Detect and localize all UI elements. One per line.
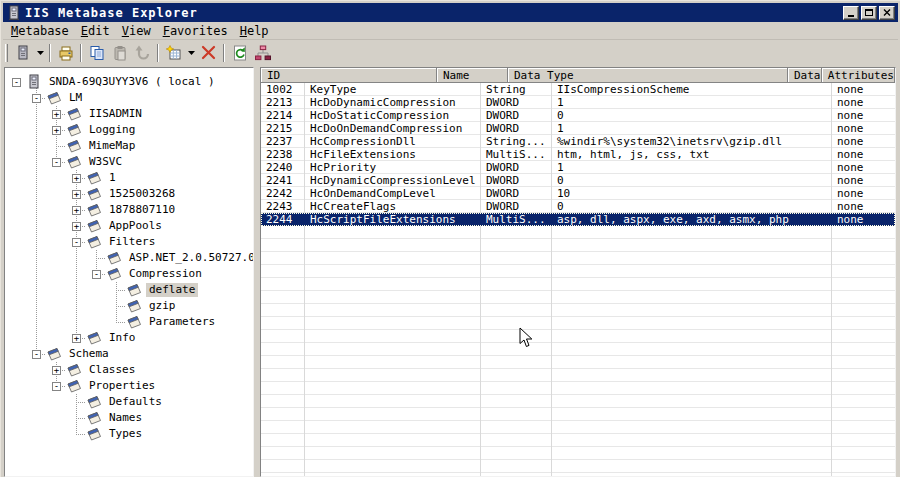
tree-item[interactable]: Logging [5, 122, 253, 138]
tree-item[interactable]: Filters [5, 234, 253, 250]
tree-item[interactable]: Compression [5, 266, 253, 282]
tree-expander[interactable] [32, 350, 41, 359]
tree-expander[interactable] [52, 110, 61, 119]
tree-expander[interactable] [72, 238, 81, 247]
tree-item-label[interactable]: Properties [86, 379, 158, 393]
tree-item-label[interactable]: LM [66, 91, 85, 105]
tree-item[interactable]: SNDA-69Q3UYY3V6 ( local ) [5, 74, 253, 90]
tree-item-label[interactable]: AppPools [106, 219, 165, 233]
tree-item-label[interactable]: Info [106, 331, 139, 345]
close-button[interactable] [879, 6, 895, 20]
column-header[interactable]: Data [788, 68, 822, 83]
delete-button[interactable] [197, 42, 220, 64]
refresh-button[interactable] [228, 42, 251, 64]
tree-item[interactable]: gzip [5, 298, 253, 314]
column-header[interactable]: Data Type [508, 68, 788, 83]
tree-item-label[interactable]: deflate [146, 283, 198, 297]
tree-item-label[interactable]: 1525003268 [106, 187, 178, 201]
tree-expander[interactable] [72, 206, 81, 215]
tree-item-label[interactable]: Defaults [106, 395, 165, 409]
tree-item-label[interactable]: Schema [66, 347, 112, 361]
tree-item-label[interactable]: Parameters [146, 315, 218, 329]
tree-expander[interactable] [12, 78, 21, 87]
list-row[interactable]: 2242 HcOnDemandCompLevel DWORD 10 none [261, 187, 895, 200]
tree-item[interactable]: deflate [5, 282, 253, 298]
tree-item[interactable]: 1525003268 [5, 186, 253, 202]
hierarchy-view-button[interactable] [251, 42, 274, 64]
tree-item-label[interactable]: Compression [126, 267, 205, 281]
tree-item[interactable]: W3SVC [5, 154, 253, 170]
tree-expander[interactable] [32, 94, 41, 103]
list-row[interactable]: 2244 HcScriptFileExtensions MultiS... as… [261, 213, 895, 226]
print-button[interactable] [54, 42, 77, 64]
new-key-dropdown-button[interactable] [185, 42, 197, 64]
tree-item-label[interactable]: IISADMIN [86, 107, 145, 121]
list-row[interactable]: 2243 HcCreateFlags DWORD 0 none [261, 200, 895, 213]
menu-item[interactable]: Metabase [5, 23, 75, 39]
tree-item[interactable]: LM [5, 90, 253, 106]
tree-item-label[interactable]: W3SVC [86, 155, 125, 169]
menu-item[interactable]: Edit [75, 23, 116, 39]
server-connect-icon [15, 45, 31, 61]
menu-item[interactable]: View [116, 23, 157, 39]
tree-expander[interactable] [52, 382, 61, 391]
tree-item[interactable]: ASP.NET_2.0.50727.0 [5, 250, 253, 266]
list-row[interactable]: 2238 HcFileExtensions MultiS... htm, htm… [261, 148, 895, 161]
menu-item[interactable]: Help [234, 23, 275, 39]
list-row[interactable]: 2215 HcDoOnDemandCompression DWORD 1 non… [261, 122, 895, 135]
tree-item[interactable]: IISADMIN [5, 106, 253, 122]
titlebar[interactable]: IIS Metabase Explorer [3, 3, 898, 22]
tree-item[interactable]: Classes [5, 362, 253, 378]
tree-expander[interactable] [52, 158, 61, 167]
tree-item-label[interactable]: Types [106, 427, 145, 441]
menu-item[interactable]: Favorites [157, 23, 234, 39]
tree-item-label[interactable]: 1 [106, 171, 119, 185]
tree-item[interactable]: Types [5, 426, 253, 442]
tree-item-label[interactable]: Filters [106, 235, 158, 249]
new-key-button[interactable] [162, 42, 185, 64]
list-row[interactable]: 2240 HcPriority DWORD 1 none [261, 161, 895, 174]
tree-item-label[interactable]: Names [106, 411, 145, 425]
tree-expander[interactable] [72, 190, 81, 199]
tree-item[interactable]: Properties [5, 378, 253, 394]
tree-item[interactable]: Schema [5, 346, 253, 362]
tree-item[interactable]: AppPools [5, 218, 253, 234]
tree-item-label[interactable]: SNDA-69Q3UYY3V6 ( local ) [46, 75, 218, 89]
paste-button[interactable] [108, 42, 131, 64]
tree-item-label[interactable]: ASP.NET_2.0.50727.0 [126, 251, 254, 265]
tree-item-label[interactable]: Logging [86, 123, 138, 137]
column-header[interactable]: Attributes [822, 68, 895, 83]
maximize-button[interactable] [861, 6, 877, 20]
tree-item[interactable]: Defaults [5, 394, 253, 410]
tree-expander[interactable] [52, 366, 61, 375]
tree-expander[interactable] [72, 222, 81, 231]
copy-button[interactable] [85, 42, 108, 64]
cell-name: HcScriptFileExtensions [304, 213, 480, 226]
tree-item[interactable]: Names [5, 410, 253, 426]
column-header[interactable]: Name [437, 68, 508, 83]
list-row[interactable]: 1002 KeyType String IIsCompressionScheme… [261, 83, 895, 96]
tree-expander[interactable] [72, 334, 81, 343]
tree-item[interactable]: Info [5, 330, 253, 346]
tree-item[interactable]: Parameters [5, 314, 253, 330]
tree-expander[interactable] [92, 270, 101, 279]
tree-expander[interactable] [72, 174, 81, 183]
minimize-button[interactable] [843, 6, 859, 20]
connect-server-button[interactable] [11, 42, 34, 64]
list-row[interactable]: 2214 HcDoStaticCompression DWORD 0 none [261, 109, 895, 122]
tree-item-label[interactable]: gzip [146, 299, 179, 313]
tree-item[interactable]: 1878807110 [5, 202, 253, 218]
toolbar-grip[interactable] [5, 44, 8, 62]
tree-item-label[interactable]: MimeMap [86, 139, 138, 153]
undo-button[interactable] [131, 42, 154, 64]
tree-expander[interactable] [52, 126, 61, 135]
tree-item-label[interactable]: 1878807110 [106, 203, 178, 217]
tree-item[interactable]: 1 [5, 170, 253, 186]
tree-item[interactable]: MimeMap [5, 138, 253, 154]
connect-dropdown-button[interactable] [34, 42, 46, 64]
list-row[interactable]: 2213 HcDoDynamicCompression DWORD 1 none [261, 96, 895, 109]
column-header[interactable]: ID [261, 68, 437, 83]
tree-item-label[interactable]: Classes [86, 363, 138, 377]
list-row[interactable]: 2237 HcCompressionDll String... %windir%… [261, 135, 895, 148]
list-row[interactable]: 2241 HcDynamicCompressionLevel DWORD 0 n… [261, 174, 895, 187]
